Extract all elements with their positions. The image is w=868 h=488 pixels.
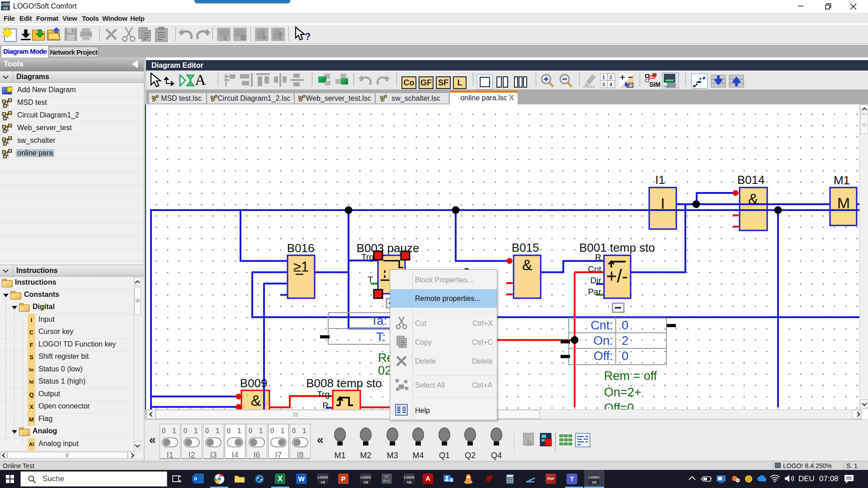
svg-text:Rem = off: Rem = off (604, 369, 657, 383)
svg-text:B015: B015 (512, 241, 539, 254)
svg-text:&: & (251, 392, 261, 409)
svg-text:B016: B016 (287, 241, 315, 255)
svg-text:T:: T: (376, 330, 386, 344)
svg-text:4: 4 (609, 82, 613, 87)
svg-text:M: M (837, 194, 850, 211)
svg-text:&: & (522, 256, 533, 273)
svg-text:+/-: +/- (606, 266, 628, 286)
svg-text:Trg: Trg (361, 252, 374, 262)
svg-text:I1: I1 (655, 173, 665, 187)
svg-text:0: 0 (622, 319, 628, 332)
svg-text:2: 2 (622, 334, 628, 347)
svg-text:0: 0 (622, 349, 628, 363)
svg-text:On=2+: On=2+ (604, 385, 642, 399)
svg-text:Off=0: Off=0 (604, 401, 634, 409)
svg-text:B014: B014 (737, 173, 765, 187)
svg-text:B009: B009 (240, 376, 268, 390)
svg-text:On:: On: (593, 334, 613, 347)
svg-text:Cnt: Cnt (588, 264, 601, 274)
svg-text:M1: M1 (834, 174, 850, 187)
svg-text:R: R (595, 253, 601, 262)
svg-text:Cnt:: Cnt: (590, 319, 613, 332)
svg-text:02:00s+: 02:00s+ (378, 364, 422, 377)
svg-text:≥1: ≥1 (293, 259, 309, 275)
svg-text:T: T (368, 275, 373, 284)
svg-text:Dir: Dir (590, 276, 602, 285)
svg-text:1: 1 (602, 75, 605, 80)
svg-text:R: R (322, 401, 329, 409)
svg-text:SIM: SIM (649, 81, 660, 88)
svg-text:Off:: Off: (594, 349, 613, 363)
svg-text:?: ? (305, 31, 310, 42)
svg-text:B008 temp sto: B008 temp sto (306, 376, 382, 390)
svg-text:Par: Par (588, 287, 601, 296)
svg-text:Trg: Trg (317, 389, 330, 399)
svg-text:B001 temp sto: B001 temp sto (579, 241, 655, 254)
svg-text:Ta:: Ta: (371, 314, 387, 328)
svg-text:Rem = off: Rem = off (378, 351, 431, 365)
svg-text:2: 2 (609, 75, 612, 80)
svg-text:3: 3 (602, 82, 605, 87)
